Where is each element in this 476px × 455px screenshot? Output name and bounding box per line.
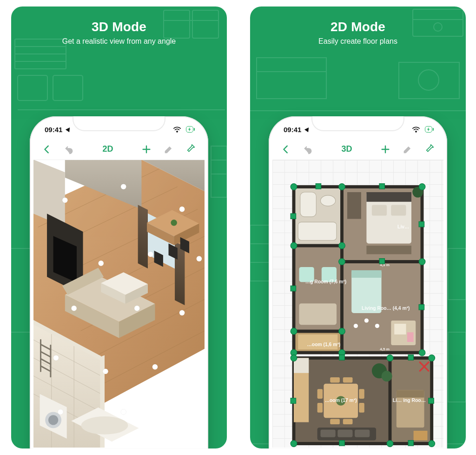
svg-point-77 bbox=[152, 364, 158, 370]
settings-icon[interactable] bbox=[186, 144, 196, 154]
svg-point-169 bbox=[339, 328, 345, 335]
svg-rect-8 bbox=[53, 75, 83, 100]
svg-point-181 bbox=[387, 355, 393, 361]
svg-point-71 bbox=[98, 261, 104, 266]
svg-point-120 bbox=[354, 324, 358, 328]
svg-point-86 bbox=[418, 70, 439, 90]
mode-toggle[interactable]: 3D bbox=[341, 144, 352, 154]
editor-toolbar: 2D bbox=[33, 139, 205, 160]
svg-rect-7 bbox=[18, 75, 47, 100]
svg-point-165 bbox=[339, 242, 345, 249]
svg-rect-134 bbox=[317, 389, 323, 399]
svg-rect-137 bbox=[359, 403, 364, 413]
device-notch bbox=[73, 116, 165, 131]
svg-point-74 bbox=[179, 310, 185, 316]
svg-rect-111 bbox=[366, 246, 411, 254]
svg-text:4,5 m: 4,5 m bbox=[380, 347, 390, 351]
svg-rect-177 bbox=[291, 286, 296, 291]
svg-point-162 bbox=[339, 184, 345, 190]
svg-point-166 bbox=[339, 259, 345, 265]
svg-rect-136 bbox=[359, 389, 364, 399]
edit-icon[interactable] bbox=[403, 144, 413, 154]
svg-point-167 bbox=[419, 259, 425, 265]
promo-panel-3d: 3D Mode Get a realistic view from any an… bbox=[11, 7, 227, 448]
svg-rect-175 bbox=[291, 214, 296, 219]
svg-rect-190 bbox=[339, 441, 345, 446]
svg-point-73 bbox=[134, 306, 140, 311]
panel-subtitle: Easily create floor plans bbox=[250, 37, 466, 46]
svg-rect-88 bbox=[250, 225, 270, 281]
edit-icon[interactable] bbox=[164, 144, 174, 154]
svg-rect-112 bbox=[347, 192, 361, 219]
back-icon[interactable] bbox=[281, 144, 291, 154]
svg-point-66 bbox=[62, 197, 68, 203]
status-time: 09:41 bbox=[284, 126, 301, 134]
panel-title: 3D Mode bbox=[11, 20, 227, 34]
back-icon[interactable] bbox=[42, 144, 52, 154]
svg-text:…oom (1,6 m³): …oom (1,6 m³) bbox=[307, 342, 340, 347]
svg-rect-139 bbox=[343, 377, 353, 383]
svg-point-57 bbox=[48, 415, 58, 425]
location-icon bbox=[66, 126, 72, 132]
svg-point-172 bbox=[419, 349, 425, 356]
svg-rect-191 bbox=[408, 441, 414, 446]
status-time: 09:41 bbox=[45, 126, 62, 134]
svg-rect-189 bbox=[429, 398, 434, 404]
svg-rect-149 bbox=[397, 390, 424, 398]
svg-rect-141 bbox=[343, 419, 353, 425]
promo-panel-2d: 2D Mode Easily create floor plans 09:41 bbox=[250, 7, 466, 448]
svg-rect-145 bbox=[355, 430, 370, 437]
device-frame: 09:41 bbox=[30, 116, 208, 448]
svg-rect-92 bbox=[448, 248, 466, 300]
svg-point-105 bbox=[321, 195, 336, 206]
svg-point-78 bbox=[58, 409, 63, 415]
battery-icon bbox=[186, 126, 193, 133]
svg-rect-85 bbox=[399, 62, 459, 99]
svg-rect-178 bbox=[419, 305, 424, 310]
svg-rect-12 bbox=[211, 146, 227, 197]
location-icon bbox=[304, 126, 311, 132]
svg-rect-83 bbox=[257, 58, 326, 99]
svg-rect-124 bbox=[407, 332, 414, 342]
editor-toolbar: 3D bbox=[272, 139, 443, 160]
settings-icon[interactable] bbox=[425, 144, 435, 154]
svg-point-119 bbox=[364, 318, 369, 322]
mode-toggle[interactable]: 2D bbox=[102, 144, 113, 154]
svg-point-68 bbox=[179, 207, 185, 212]
svg-text:Living Roo… (4,4 m²): Living Roo… (4,4 m²) bbox=[362, 306, 410, 311]
svg-text:Li… ing Roo…: Li… ing Roo… bbox=[393, 398, 426, 403]
svg-rect-110 bbox=[391, 205, 406, 216]
svg-point-183 bbox=[291, 441, 297, 447]
svg-rect-173 bbox=[316, 184, 321, 189]
svg-rect-187 bbox=[408, 355, 414, 361]
wifi-icon bbox=[172, 124, 182, 134]
svg-point-72 bbox=[71, 306, 77, 311]
undo-icon[interactable] bbox=[64, 144, 74, 154]
device-frame: 09:41 bbox=[269, 116, 447, 448]
battery-icon bbox=[425, 126, 432, 133]
svg-point-161 bbox=[291, 184, 297, 190]
svg-rect-116 bbox=[299, 303, 337, 325]
svg-rect-109 bbox=[372, 205, 387, 216]
floorplan-2d-view[interactable]: Liv… …g Room (7,6 m²) Living Roo… (4,4 m… bbox=[272, 160, 443, 448]
svg-rect-118 bbox=[351, 270, 381, 278]
svg-point-184 bbox=[387, 441, 393, 447]
svg-text:…oom (17 m²): …oom (17 m²) bbox=[325, 398, 357, 403]
add-icon[interactable] bbox=[141, 144, 152, 154]
svg-rect-143 bbox=[321, 430, 336, 437]
svg-text:Liv…: Liv… bbox=[397, 224, 409, 229]
undo-icon[interactable] bbox=[303, 144, 313, 154]
room-3d-view[interactable] bbox=[33, 160, 205, 448]
svg-rect-93 bbox=[448, 332, 466, 402]
svg-text:…g Room (7,6 m²): …g Room (7,6 m²) bbox=[305, 279, 347, 284]
svg-point-164 bbox=[291, 242, 297, 249]
svg-point-76 bbox=[103, 368, 108, 374]
svg-point-182 bbox=[429, 355, 435, 361]
svg-point-180 bbox=[291, 355, 297, 361]
wifi-icon bbox=[411, 124, 421, 134]
panel-title: 2D Mode bbox=[250, 20, 466, 34]
svg-point-65 bbox=[81, 416, 128, 435]
svg-point-70 bbox=[148, 252, 153, 257]
svg-point-163 bbox=[419, 184, 425, 190]
add-icon[interactable] bbox=[380, 144, 390, 154]
